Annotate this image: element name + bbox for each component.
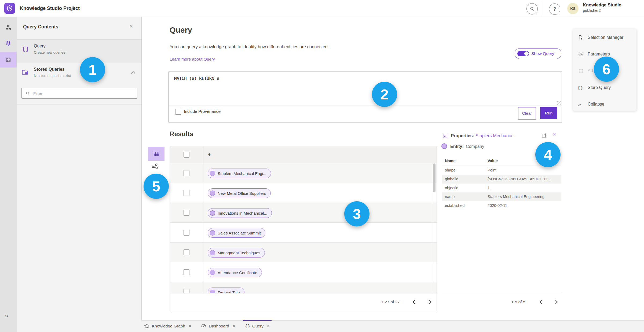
column-header-value: Value [488,159,498,163]
step-badge-2: 2 [372,82,397,107]
table-row[interactable]: Managment Techniques [170,243,437,262]
query-item-label: Query [34,44,46,49]
entity-name: Staplers Mechanical Engi... [218,171,266,176]
entity-name: New Metal Office Suppliers [218,191,266,196]
close-tab-icon[interactable]: × [233,324,235,329]
entity-dot-icon [210,171,215,176]
property-row: established 2020-02-11 [442,201,561,210]
row-checkbox[interactable] [184,230,189,236]
table-view-button[interactable] [148,147,164,161]
toggle-switch-icon[interactable] [517,51,529,56]
property-row: name Staplers Mechanical Engineering [442,192,561,201]
row-checkbox[interactable] [184,269,189,275]
row-checkbox[interactable] [184,170,189,176]
scrollbar-thumb[interactable] [433,163,436,192]
entity-dot-icon [210,250,215,255]
tab-label: Query [252,324,264,329]
entity-label: Entity: [450,144,464,149]
entity-pill[interactable]: New Metal Office Suppliers [208,188,271,198]
show-query-toggle[interactable]: Show Query [515,48,561,59]
edit-title-icon[interactable] [69,5,75,11]
close-panel-icon[interactable]: × [129,24,133,29]
include-provenance-checkbox[interactable] [175,109,181,115]
tab-label: Knowledge Graph [152,324,185,329]
previous-page-icon[interactable] [540,300,544,304]
entity-dot-icon [441,143,447,149]
entity-pill[interactable]: Firebird Title [208,288,244,293]
entity-pill[interactable]: Staplers Mechanical Engi... [208,169,271,178]
property-row: globalid {5D9B4713-F98D-4A53-A59F-C11... [442,175,561,184]
filter-input[interactable] [33,91,122,96]
layers-icon[interactable] [5,40,11,46]
select-all-checkbox[interactable] [184,152,189,158]
table-row[interactable]: Staplers Mechanical Engi... [170,163,437,183]
selection-manager-icon [578,35,584,41]
add-to-icon [578,68,584,74]
save-icon[interactable] [5,57,11,63]
item-label: Parameters [588,52,610,57]
table-row[interactable]: Firebird Title [170,282,437,293]
stored-queries-sublabel: No stored queries exist [34,74,71,78]
table-row[interactable]: Innovations in Mechanical... [170,203,437,223]
row-checkbox[interactable] [184,190,189,196]
query-contents-panel [17,17,142,332]
add-to-selection-icon[interactable] [541,133,547,139]
query-item-sublabel: Create new queries [34,50,65,54]
divider [17,105,141,105]
table-row[interactable]: New Metal Office Suppliers [170,183,437,203]
entity-name: Attendance Certificate [218,270,257,275]
entity-pill[interactable]: Sales Associate Summit [208,228,265,238]
entity-pill[interactable]: Innovations in Mechanical... [208,208,272,218]
run-button[interactable]: Run [540,107,557,119]
app-logo [4,3,15,14]
close-tab-icon[interactable]: × [267,324,269,329]
next-page-icon[interactable] [553,300,558,304]
tab-query[interactable]: { } Query × [245,320,269,332]
include-provenance-label: Include Provenance [184,109,221,114]
clear-button[interactable]: Clear [518,107,536,120]
entity-pill[interactable]: Attendance Certificate [208,268,262,277]
knowledge-studio-logo-icon [6,5,13,12]
tab-knowledge-graph[interactable]: Knowledge Graph × [144,320,191,332]
collapse-item[interactable]: » Collapse [573,101,636,109]
user-role: publisher2 [583,8,601,13]
results-table-body: Staplers Mechanical Engi... New Metal Of… [170,163,437,293]
avatar[interactable]: KS [567,3,579,14]
double-chevron-right-icon: » [578,102,581,107]
close-tab-icon[interactable]: × [189,324,191,329]
step-badge-4: 4 [535,142,561,167]
expand-rail-icon[interactable]: » [5,313,8,319]
entity-name: Innovations in Mechanical... [218,211,267,215]
selection-manager-item[interactable]: Selection Manager [573,34,636,42]
item-label: Ad [588,68,593,73]
table-row[interactable]: Sales Associate Summit [170,223,437,243]
row-checkbox[interactable] [184,210,189,216]
table-icon [153,151,160,157]
column-header-e: e [208,152,211,157]
store-query-item[interactable]: { } Store Query [573,84,636,92]
properties-entity-link[interactable]: Staplers Mechanic... [475,133,515,138]
help-button[interactable]: ? [549,3,560,15]
user-name: Knowledge Studio [583,2,621,8]
results-title: Results [170,130,193,138]
learn-more-link[interactable]: Learn more about Query [170,57,215,62]
resize-handle[interactable] [557,101,561,105]
search-button[interactable] [526,3,538,14]
property-row: shape Point [442,166,561,175]
entity-name: Sales Associate Summit [218,231,261,235]
entity-dot-icon [210,191,215,196]
close-properties-icon[interactable]: × [553,131,556,137]
query-editor[interactable]: MATCH (e) RETURN e [174,76,219,81]
row-checkbox[interactable] [184,289,189,293]
tab-dashboard[interactable]: Dashboard × [201,320,235,332]
link-chart-view-icon[interactable] [151,163,158,170]
entity-type: Company [466,144,484,149]
data-model-icon[interactable] [5,25,11,31]
property-name: established [445,203,464,208]
table-row[interactable]: Attendance Certificate [170,262,437,282]
search-icon [25,91,30,96]
row-checkbox[interactable] [184,249,189,255]
entity-pill[interactable]: Managment Techniques [208,248,265,258]
properties-pagination: 1-5 of 5 [511,300,525,304]
step-badge-5: 5 [144,174,169,199]
